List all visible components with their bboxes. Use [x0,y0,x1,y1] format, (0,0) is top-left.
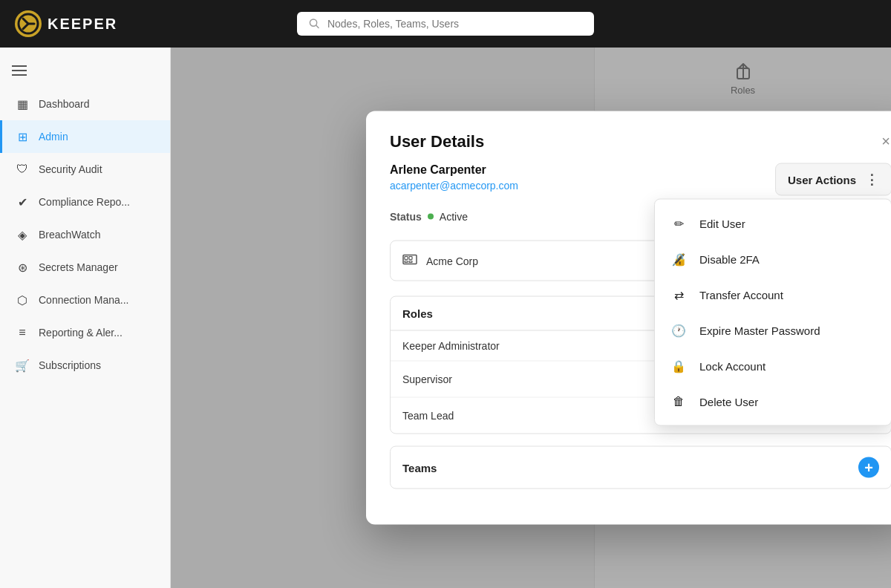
modal-body: Arlene Carpenter acarpenter@acmecorp.com… [366,163,891,525]
user-info-row: Arlene Carpenter acarpenter@acmecorp.com… [390,163,891,196]
sidebar-item-admin[interactable]: ⊞ Admin [0,120,170,153]
svg-line-3 [316,25,319,27]
teams-label: Teams [402,461,437,474]
lock-2fa-icon: 🔏 [670,250,688,268]
sidebar-item-security-audit[interactable]: 🛡 Security Audit [0,153,170,186]
keeper-logo-icon [15,10,42,37]
sidebar-item-label: Dashboard [39,98,90,110]
user-email: acarpenter@acmecorp.com [390,180,518,192]
top-nav: KEEPER [0,0,891,48]
svg-rect-9 [409,261,412,263]
sidebar-item-label: BreachWatch [39,229,101,241]
expire-icon: 🕐 [670,321,688,339]
node-icon [402,252,417,270]
expire-password-label: Expire Master Password [699,324,820,336]
role-name: Keeper Administrator [402,340,500,352]
sidebar-item-reporting[interactable]: ≡ Reporting & Aler... [0,316,170,349]
close-button[interactable]: × [874,129,891,153]
svg-rect-7 [409,257,412,260]
subscriptions-icon: 🛒 [15,358,30,373]
sidebar-item-compliance[interactable]: ✔ Compliance Repo... [0,186,170,218]
svg-rect-8 [405,261,408,263]
delete-user-item[interactable]: 🗑 Delete User [655,384,891,419]
role-name: Team Lead [402,410,454,422]
status-label: Status [390,211,422,223]
roles-label: Roles [402,307,433,320]
disable-2fa-item[interactable]: 🔏 Disable 2FA [655,241,891,277]
compliance-icon: ✔ [15,195,30,209]
reporting-icon: ≡ [15,325,30,340]
lock-account-label: Lock Account [699,359,766,372]
teams-section-header: Teams + [391,447,891,489]
delete-icon: 🗑 [670,393,688,411]
user-actions-dropdown: ✏ Edit User 🔏 Disable 2FA ⇄ Transfer Acc… [654,199,891,426]
logo-text: KEEPER [48,16,117,33]
sidebar: ▦ Dashboard ⊞ Admin 🛡 Security Audit ✔ C… [0,48,171,588]
search-input[interactable] [327,18,582,30]
sidebar-item-label: Admin [39,131,68,143]
search-bar [297,12,594,36]
hamburger-button[interactable] [0,53,170,88]
transfer-icon: ⇄ [670,286,688,304]
sidebar-item-label: Compliance Repo... [39,196,130,208]
user-info: Arlene Carpenter acarpenter@acmecorp.com [390,163,518,192]
svg-rect-6 [405,257,408,260]
breachwatch-icon: ◈ [15,227,30,242]
modal-header: User Details × [366,111,891,163]
user-name: Arlene Carpenter [390,163,518,177]
sidebar-item-subscriptions[interactable]: 🛒 Subscriptions [0,349,170,382]
shield-icon: 🛡 [15,162,30,177]
modal-title: User Details [390,132,891,151]
edit-user-label: Edit User [699,217,745,229]
status-indicator [428,214,434,220]
sidebar-item-label: Subscriptions [39,359,101,371]
edit-user-item[interactable]: ✏ Edit User [655,206,891,241]
admin-icon: ⊞ [15,129,30,144]
transfer-account-item[interactable]: ⇄ Transfer Account [655,277,891,313]
secrets-icon: ⊛ [15,260,30,275]
disable-2fa-label: Disable 2FA [699,252,760,265]
lock-icon: 🔒 [670,357,688,375]
sidebar-item-label: Security Audit [39,163,102,175]
delete-user-label: Delete User [699,395,758,408]
connection-icon: ⬡ [15,293,30,307]
user-actions-button[interactable]: User Actions ⋮ [775,163,891,196]
sidebar-item-label: Connection Mana... [39,294,128,306]
role-name: Supervisor [402,373,452,385]
teams-section: Teams + [390,446,891,489]
sidebar-item-label: Reporting & Aler... [39,327,123,339]
add-team-button[interactable]: + [858,457,879,478]
user-actions-label: User Actions [788,173,856,186]
lock-account-item[interactable]: 🔒 Lock Account [655,348,891,384]
status-value: Active [440,211,468,223]
user-actions-wrapper: User Actions ⋮ ✏ Edit User 🔏 Disable [775,163,891,196]
sidebar-item-secrets[interactable]: ⊛ Secrets Manager [0,251,170,284]
node-name: Acme Corp [426,255,478,267]
dashboard-icon: ▦ [15,97,30,111]
transfer-account-label: Transfer Account [699,288,783,301]
sidebar-item-breachwatch[interactable]: ◈ BreachWatch [0,218,170,251]
edit-icon: ✏ [670,215,688,232]
user-details-modal: User Details × Arlene Carpenter acarpent… [366,111,891,525]
sidebar-item-dashboard[interactable]: ▦ Dashboard [0,88,170,120]
search-icon [309,18,320,30]
logo-area: KEEPER [15,10,117,37]
main-layout: ▦ Dashboard ⊞ Admin 🛡 Security Audit ✔ C… [0,48,891,588]
content-area: Roles user authentication and t... Stat.… [171,48,891,588]
sidebar-item-connection[interactable]: ⬡ Connection Mana... [0,284,170,316]
expire-password-item[interactable]: 🕐 Expire Master Password [655,313,891,348]
sidebar-item-label: Secrets Manager [39,261,118,273]
more-options-icon: ⋮ [865,172,879,188]
